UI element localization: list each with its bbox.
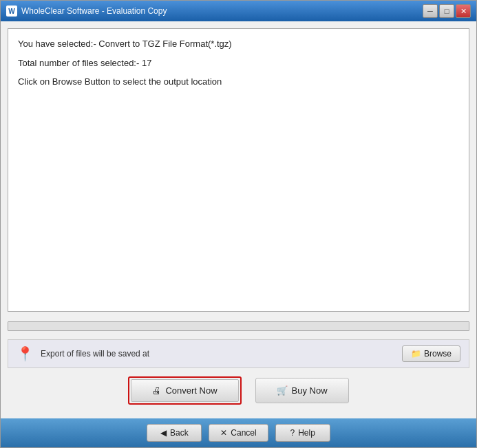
convert-btn-wrapper: 🖨 Convert Now [128, 376, 241, 405]
cancel-button[interactable]: ✕ Cancel [209, 424, 268, 442]
help-icon: ? [290, 428, 295, 438]
help-label: Help [298, 428, 315, 438]
minimize-button[interactable]: ─ [423, 4, 438, 18]
browse-folder-icon: 📁 [411, 349, 421, 359]
info-line-2: Total number of files selected:- 17 [18, 56, 459, 70]
help-button[interactable]: ? Help [275, 424, 330, 442]
progress-bar-track [8, 321, 469, 331]
buy-now-button[interactable]: 🛒 Buy Now [255, 378, 349, 403]
title-bar: W WholeClear Software - Evaluation Copy … [1, 1, 476, 21]
browse-button[interactable]: 📁 Browse [402, 345, 460, 362]
buy-label: Buy Now [292, 385, 328, 396]
browse-row: 📍 Export of files will be saved at 📁 Bro… [8, 339, 469, 368]
main-window: W WholeClear Software - Evaluation Copy … [0, 0, 477, 448]
info-panel: You have selected:- Convert to TGZ File … [8, 28, 469, 312]
close-button[interactable]: ✕ [456, 4, 471, 18]
buy-icon: 🛒 [277, 385, 288, 396]
maximize-button[interactable]: □ [439, 4, 454, 18]
info-line-1: You have selected:- Convert to TGZ File … [18, 37, 459, 51]
window-controls: ─ □ ✕ [423, 4, 471, 18]
convert-icon: 🖨 [152, 385, 161, 396]
back-button[interactable]: ◀ Back [147, 424, 202, 442]
convert-label: Convert Now [165, 385, 217, 396]
action-row: 🖨 Convert Now 🛒 Buy Now [8, 376, 469, 405]
convert-now-button[interactable]: 🖨 Convert Now [131, 379, 238, 402]
progress-area [8, 319, 469, 334]
bottom-bar: ◀ Back ✕ Cancel ? Help [1, 418, 476, 447]
location-icon: 📍 [17, 347, 34, 361]
window-title: WholeClear Software - Evaluation Copy [21, 6, 423, 16]
info-line-3: Click on Browse Button to select the out… [18, 75, 459, 89]
cancel-icon: ✕ [220, 428, 227, 438]
app-icon: W [6, 6, 17, 17]
back-label: Back [170, 428, 189, 438]
browse-btn-label: Browse [424, 349, 452, 359]
cancel-label: Cancel [231, 428, 256, 438]
browse-label: Export of files will be saved at [41, 349, 402, 359]
main-content: You have selected:- Convert to TGZ File … [1, 21, 476, 418]
back-icon: ◀ [160, 428, 167, 438]
